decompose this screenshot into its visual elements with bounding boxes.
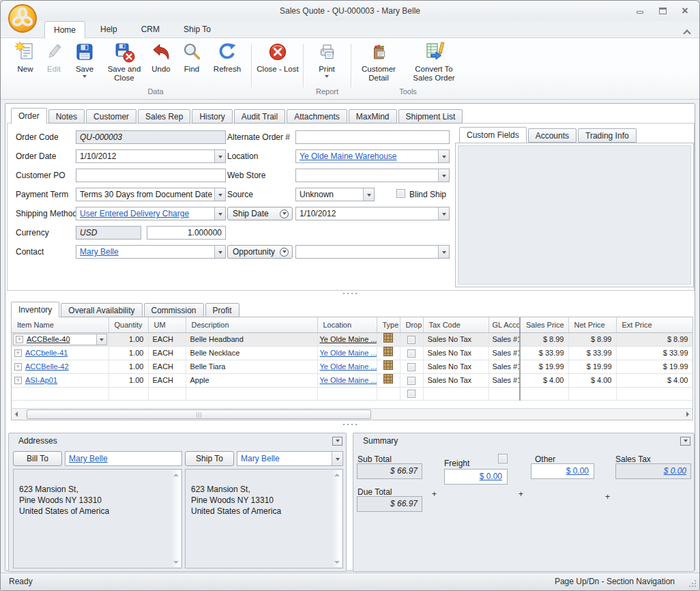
expand-row-icon[interactable] (14, 349, 22, 357)
cell-net-price[interactable]: $ 8.99 (568, 332, 616, 346)
drop-ship-checkbox[interactable] (407, 349, 415, 358)
tab-inventory[interactable]: Inventory (11, 302, 59, 317)
grid-row-selected[interactable]: ACCBelle-40 1.00 EACH Belle Headband Ye … (12, 332, 692, 346)
col-tax-code[interactable]: Tax Code (423, 317, 488, 332)
cell-ext-price[interactable]: $ 33.99 (616, 346, 692, 360)
save-and-close-button[interactable]: Save and Close (103, 41, 145, 83)
find-button[interactable]: Find (177, 41, 207, 74)
location-link[interactable]: Ye Olde Maine ... (320, 362, 377, 371)
web-store-field[interactable] (295, 169, 450, 182)
cell-item-name[interactable] (12, 387, 108, 400)
cell-drop[interactable] (400, 360, 423, 373)
close-lost-button[interactable]: Close - Lost (254, 41, 302, 74)
chevron-down-icon[interactable] (332, 452, 342, 465)
tab-attachments[interactable]: Attachments (287, 109, 347, 124)
ribbon-tab-crm[interactable]: CRM (132, 21, 169, 38)
cell-description[interactable]: Belle Tiara (186, 360, 317, 373)
close-button[interactable] (680, 7, 690, 16)
cell-location[interactable]: Ye Olde Maine ... (317, 346, 377, 360)
cell-um[interactable] (148, 387, 186, 400)
chevron-down-icon[interactable] (214, 246, 225, 258)
cell-tax-code[interactable]: Sales No Tax (423, 332, 488, 346)
cell-location[interactable]: Ye Olde Maine ... (317, 373, 377, 387)
location-link[interactable]: Ye Olde Maine Warehouse (300, 152, 397, 161)
expand-row-icon[interactable] (14, 377, 22, 384)
ship-date-button[interactable]: Ship Date (227, 207, 293, 220)
tab-trading-info[interactable]: Trading Info (578, 128, 637, 143)
cell-net-price[interactable]: $ 4.00 (568, 373, 616, 387)
sales-tax-amount-link[interactable]: $ 0.00 (664, 466, 686, 476)
cell-net-price[interactable]: $ 33.99 (568, 346, 616, 360)
cell-tax-code[interactable]: Sales No Tax (423, 373, 488, 387)
tab-profit[interactable]: Profit (205, 303, 239, 317)
bill-to-contact-link[interactable]: Mary Belle (69, 454, 108, 463)
scroll-right-icon[interactable] (686, 412, 689, 417)
scroll-left-icon[interactable] (15, 412, 18, 417)
app-menu-button[interactable] (8, 3, 38, 33)
col-gl-account[interactable]: GL Acco (488, 317, 520, 332)
cell-quantity[interactable]: 1.00 (108, 373, 148, 387)
expand-row-icon[interactable] (16, 336, 23, 343)
item-name-editor[interactable]: ACCBelle-40 (13, 334, 107, 345)
tab-audit-trail[interactable]: Audit Trail (234, 109, 285, 124)
opportunity-field[interactable] (295, 245, 450, 259)
sales-tax-field[interactable]: $ 0.00 (615, 463, 691, 479)
cell-item-name[interactable]: ASI-Ap01 (12, 373, 108, 387)
cell-tax-code[interactable]: Sales No Tax (423, 360, 488, 373)
blind-ship-checkbox[interactable] (396, 189, 405, 198)
cell-sales-price[interactable]: $ 4.00 (520, 373, 568, 387)
item-link[interactable]: ACCbelle-41 (25, 347, 68, 359)
cell-item-name[interactable]: ACCBelle-42 (12, 360, 108, 373)
cell-gl-account[interactable]: Sales #1 (488, 373, 520, 387)
cell-drop[interactable] (400, 373, 423, 387)
drop-ship-checkbox[interactable] (407, 363, 415, 371)
col-ext-price[interactable]: Ext Price (616, 317, 692, 332)
cell-ext-price[interactable] (616, 387, 692, 400)
scroll-down-icon[interactable] (334, 561, 340, 564)
col-um[interactable]: UM (148, 317, 186, 332)
opportunity-button[interactable]: Opportunity (227, 245, 293, 259)
grid-row[interactable]: ACCbelle-41 1.00 EACH Belle Necklace Ye … (12, 346, 692, 360)
cell-location[interactable]: Ye Olde Maine ... (317, 332, 377, 346)
tab-custom-fields[interactable]: Custom Fields (459, 127, 527, 143)
cell-um[interactable]: EACH (148, 332, 186, 346)
chevron-down-icon[interactable] (438, 246, 449, 258)
minimize-button[interactable] (635, 7, 645, 16)
col-description[interactable]: Description (186, 317, 317, 332)
freight-amount-link[interactable]: $ 0.00 (480, 472, 502, 481)
ribbon-collapse-icon[interactable] (683, 29, 691, 36)
cell-tax-code[interactable] (423, 387, 488, 400)
cell-ext-price[interactable]: $ 19.99 (616, 360, 692, 373)
drop-ship-checkbox[interactable] (407, 390, 415, 398)
scroll-up-icon[interactable] (173, 474, 179, 476)
tab-commission[interactable]: Commission (144, 303, 204, 317)
ship-to-contact-field[interactable]: Mary Belle (237, 451, 343, 466)
bill-to-address-textarea[interactable]: 623 Mansion St, Pine Woods NY 13310 Unit… (13, 469, 182, 568)
shipping-method-link[interactable]: User Entered Delivery Charge (80, 209, 189, 218)
tab-sales-rep[interactable]: Sales Rep (138, 109, 190, 124)
section-splitter[interactable] (343, 293, 360, 294)
item-link[interactable]: ACCBelle-40 (27, 334, 70, 345)
other-amount-link[interactable]: $ 0.00 (566, 466, 589, 476)
cell-ext-price[interactable]: $ 4.00 (616, 373, 692, 387)
cell-sales-price[interactable]: $ 8.99 (520, 332, 568, 346)
cell-description[interactable]: Belle Necklace (186, 346, 317, 360)
location-link[interactable]: Ye Olde Maine ... (320, 349, 377, 357)
bill-to-button[interactable]: Bill To (13, 451, 62, 466)
cell-sales-price[interactable]: $ 19.99 (520, 360, 568, 373)
cell-quantity[interactable]: 1.00 (108, 346, 148, 360)
tab-overall-availability[interactable]: Overall Availability (61, 303, 142, 317)
cell-ext-price[interactable]: $ 8.99 (616, 332, 692, 346)
source-field[interactable]: Unknown (295, 188, 375, 201)
print-dropdown-icon[interactable] (325, 75, 329, 80)
drop-ship-checkbox[interactable] (407, 336, 415, 344)
col-drop[interactable]: Drop (400, 317, 423, 332)
freight-field[interactable]: $ 0.00 (444, 469, 508, 485)
location-field[interactable]: Ye Olde Maine Warehouse (295, 149, 450, 163)
cell-um[interactable]: EACH (148, 360, 186, 373)
cell-location[interactable] (317, 387, 377, 400)
cell-net-price[interactable] (568, 387, 616, 400)
contact-link[interactable]: Mary Belle (80, 247, 119, 257)
contact-field[interactable]: Mary Belle (76, 245, 226, 259)
cell-sales-price[interactable] (520, 387, 568, 400)
